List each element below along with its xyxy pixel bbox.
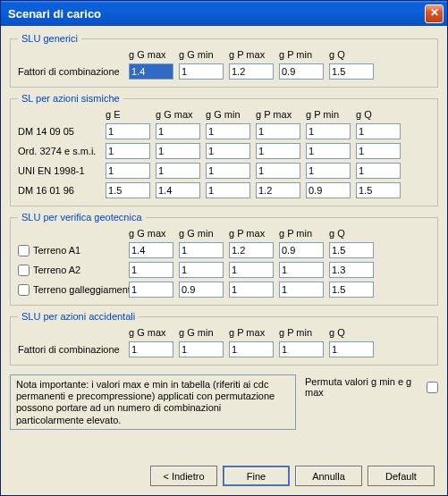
row-dm160196: DM 16 01 96 [18,182,430,198]
input-sis-0-5[interactable] [356,123,401,139]
legend-geotecnica: SLU per verifica geotecnica [18,212,146,223]
input-geo-1-0[interactable] [129,262,173,278]
close-icon[interactable]: ✕ [425,4,444,23]
permuta-label: Permuta valori g min e g max [305,376,419,398]
input-generici-ggmin[interactable] [179,63,224,80]
input-generici-gpmax[interactable] [229,63,274,80]
input-sis-0-1[interactable] [156,123,200,139]
window-title: Scenari di carico [8,7,425,21]
input-geo-1-4[interactable] [329,262,374,278]
row-terreno-galleggiamento: Terreno galleggiamento [18,282,430,298]
titlebar: Scenari di carico ✕ [1,1,447,26]
input-sis-0-0[interactable] [106,123,150,139]
note-row: Nota importante: i valori max e min in t… [10,374,438,430]
back-button[interactable]: < Indietro [150,466,217,486]
input-geo-0-1[interactable] [179,242,224,258]
input-geo-0-2[interactable] [229,242,274,258]
group-sismiche: SL per azioni sismiche g E g G max g G m… [10,93,438,206]
group-geotecnica: SLU per verifica geotecnica g G max g G … [10,212,438,306]
input-geo-0-3[interactable] [279,242,324,258]
finish-button[interactable]: Fine [223,466,290,486]
default-button[interactable]: Default [368,466,435,486]
label-acc-fattori: Fattori di combinazione [18,344,123,355]
input-geo-0-0[interactable] [129,242,173,258]
input-acc-4[interactable] [329,341,374,357]
row-ord3274: Ord. 3274 e s.m.i. [18,143,430,159]
input-sis-2-1[interactable] [156,163,200,179]
input-sis-3-1[interactable] [156,182,200,198]
input-sis-0-2[interactable] [206,123,250,139]
cancel-button[interactable]: Annulla [295,466,362,486]
input-sis-1-1[interactable] [156,143,200,159]
row-dm140905: DM 14 09 05 [18,123,430,139]
input-sis-3-2[interactable] [206,182,250,198]
row-accidentali: Fattori di combinazione [18,341,430,357]
input-geo-0-4[interactable] [329,242,374,258]
legend-accidentali: SLU per azioni accidentali [18,311,139,322]
input-acc-1[interactable] [179,341,224,357]
input-sis-2-2[interactable] [206,163,250,179]
label-fattori: Fattori di combinazione [18,66,123,77]
input-geo-2-4[interactable] [329,282,374,298]
headers-sismiche: g E g G max g G min g P max g P min g Q [18,109,430,120]
input-sis-1-3[interactable] [256,143,300,159]
input-sis-1-0[interactable] [106,143,150,159]
legend-generici: SLU generici [18,33,81,44]
row-terreno-a1: Terreno A1 [18,242,430,258]
checkbox-terreno-gall[interactable] [18,284,30,296]
input-sis-3-5[interactable] [356,182,401,198]
input-sis-1-2[interactable] [206,143,250,159]
input-geo-2-3[interactable] [279,282,324,298]
input-sis-3-0[interactable] [106,182,150,198]
button-row: < Indietro Fine Annulla Default [10,462,438,486]
input-sis-2-3[interactable] [256,163,300,179]
group-slu-generici: SLU generici g G max g G min g P max g P… [10,33,438,88]
input-geo-1-2[interactable] [229,262,274,278]
input-sis-1-4[interactable] [306,143,351,159]
input-geo-2-0[interactable] [129,282,173,298]
input-sis-0-4[interactable] [306,123,351,139]
headers-generici: g G max g G min g P max g P min g Q [18,49,430,60]
checkbox-terreno-a2[interactable] [18,265,30,276]
checkbox-terreno-a1[interactable] [18,245,30,256]
permuta-area: Permuta valori g min e g max [305,374,438,398]
row-generici: Fattori di combinazione [18,63,430,80]
input-acc-3[interactable] [279,341,324,357]
client-area: SLU generici g G max g G min g P max g P… [1,26,447,495]
input-sis-3-3[interactable] [256,182,300,198]
input-geo-1-1[interactable] [179,262,224,278]
dialog-window: Scenari di carico ✕ SLU generici g G max… [0,0,448,496]
input-sis-0-3[interactable] [256,123,300,139]
input-generici-gq[interactable] [329,63,374,80]
input-geo-2-2[interactable] [229,282,274,298]
input-sis-2-5[interactable] [356,163,401,179]
note-box: Nota importante: i valori max e min in t… [10,374,296,430]
headers-geo: g G max g G min g P max g P min g Q [18,228,430,239]
input-geo-1-3[interactable] [279,262,324,278]
input-geo-2-1[interactable] [179,282,224,298]
row-unien1998: UNI EN 1998-1 [18,163,430,179]
input-sis-2-4[interactable] [306,163,351,179]
checkbox-permuta[interactable] [427,382,438,393]
headers-accidentali: g G max g G min g P max g P min g Q [18,327,430,338]
group-accidentali: SLU per azioni accidentali g G max g G m… [10,311,438,366]
row-terreno-a2: Terreno A2 [18,262,430,278]
input-sis-1-5[interactable] [356,143,401,159]
legend-sismiche: SL per azioni sismiche [18,93,123,104]
input-acc-0[interactable] [129,341,173,357]
input-generici-gpmin[interactable] [279,63,324,80]
input-generici-ggmax[interactable] [129,63,173,80]
input-acc-2[interactable] [229,341,274,357]
input-sis-2-0[interactable] [106,163,150,179]
input-sis-3-4[interactable] [306,182,351,198]
